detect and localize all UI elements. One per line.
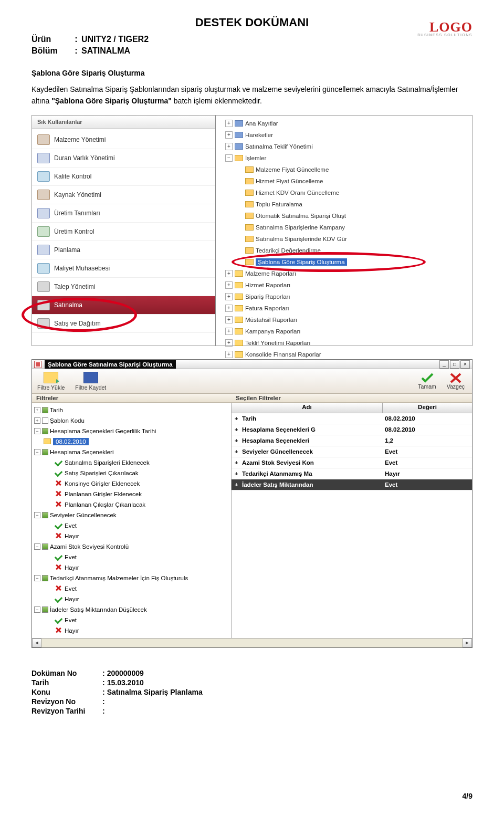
scroll-left-button[interactable]: ◄ bbox=[32, 639, 41, 647]
nav-item-uretim-tanim[interactable]: Üretim Tanımları bbox=[32, 204, 215, 223]
filter-label: Satış Siparişleri Çıkarılacak bbox=[65, 470, 139, 476]
filter-tedarik[interactable]: −Tedarikçi Atanmamış Malzemeler İçin Fiş… bbox=[34, 573, 229, 583]
tree-item[interactable]: +Müstahsil Raporları bbox=[216, 314, 472, 326]
tree-item[interactable]: Satınalma Siparişlerine Kampany bbox=[216, 222, 472, 233]
selected-filter-row[interactable]: +Azami Stok Seviyesi KonEvet bbox=[232, 457, 472, 468]
filter-op[interactable]: Satış Siparişleri Çıkarılacak bbox=[34, 468, 229, 478]
nav-item-satinalma[interactable]: Satınalma bbox=[32, 296, 215, 315]
filter-hesap-sec[interactable]: −Hesaplama Seçenekleri bbox=[34, 447, 229, 457]
minimize-button[interactable]: _ bbox=[439, 360, 449, 369]
tree-item[interactable]: Tedarikçi Değerlendirme bbox=[216, 245, 472, 256]
tree-item[interactable]: +Sipariş Raporları bbox=[216, 291, 472, 302]
tree-item[interactable]: +Kampanya Raporları bbox=[216, 326, 472, 337]
filter-tarih[interactable]: +Tarih bbox=[34, 405, 229, 415]
cancel-button[interactable]: Vazgeç bbox=[447, 373, 465, 390]
selected-filter-row[interactable]: +İadeler Satış MiktarındanEvet bbox=[232, 479, 472, 490]
expand-icon[interactable]: + bbox=[225, 293, 233, 300]
tree-item[interactable]: +Ana Kayıtlar bbox=[216, 118, 472, 129]
filter-evet[interactable]: Evet bbox=[34, 583, 229, 594]
filter-op[interactable]: Planlanan Girişler Eklenecek bbox=[34, 489, 229, 499]
filter-evet[interactable]: Evet bbox=[34, 552, 229, 562]
tree-item[interactable]: −İşlemler bbox=[216, 152, 472, 164]
filter-op[interactable]: Planlanan Çıkışlar Çıkarılacak bbox=[34, 499, 229, 510]
tree-item[interactable]: +Hizmet Raporları bbox=[216, 279, 472, 291]
filter-hayir[interactable]: Hayır bbox=[34, 625, 229, 636]
expand-icon[interactable]: + bbox=[225, 270, 233, 277]
collapse-icon[interactable]: − bbox=[34, 512, 40, 518]
collapse-icon[interactable]: − bbox=[34, 575, 40, 581]
filter-load-button[interactable]: Filtre Yükle bbox=[37, 372, 65, 391]
expand-icon[interactable]: + bbox=[225, 351, 233, 358]
collapse-icon[interactable]: − bbox=[34, 449, 40, 455]
filter-op[interactable]: Satınalma Siparişleri Eklenecek bbox=[34, 457, 229, 468]
nav-item-satis[interactable]: Satış ve Dağıtım bbox=[32, 315, 215, 333]
expand-icon[interactable]: + bbox=[225, 305, 233, 312]
expand-icon[interactable]: + bbox=[225, 120, 233, 127]
tree-item[interactable]: +Fatura Raporları bbox=[216, 302, 472, 314]
tree-item[interactable]: +Hareketler bbox=[216, 129, 472, 141]
tree-item[interactable]: +Konsolide Finansal Raporlar bbox=[216, 349, 472, 360]
collapse-icon[interactable]: − bbox=[34, 428, 40, 434]
checkbox-icon[interactable] bbox=[42, 428, 48, 434]
tree-item[interactable]: +Satınalma Teklif Yönetimi bbox=[216, 141, 472, 152]
filter-date-selected[interactable]: 08.02.2010 bbox=[34, 436, 229, 447]
filter-evet[interactable]: Evet bbox=[34, 520, 229, 531]
filter-hesap-gecer[interactable]: −Hesaplama Seçenekleri Geçerlilik Tarihi bbox=[34, 426, 229, 436]
tree-item[interactable]: Hizmet Fiyat Güncelleme bbox=[216, 175, 472, 187]
expand-icon[interactable]: + bbox=[225, 328, 233, 335]
checkbox-icon[interactable] bbox=[42, 512, 48, 518]
nav-item-kalite[interactable]: Kalite Kontrol bbox=[32, 168, 215, 186]
filter-hayir[interactable]: Hayır bbox=[34, 562, 229, 573]
scroll-right-button[interactable]: ► bbox=[463, 639, 472, 647]
nav-item-uretim-kontrol[interactable]: Üretim Kontrol bbox=[32, 223, 215, 241]
expand-icon[interactable]: + bbox=[225, 339, 233, 347]
collapse-icon[interactable]: − bbox=[225, 154, 233, 162]
filter-sablon[interactable]: +Şablon Kodu bbox=[34, 415, 229, 426]
selected-filter-row[interactable]: +Tedarikçi Atanmamış MaHayır bbox=[232, 468, 472, 479]
collapse-icon[interactable]: − bbox=[34, 606, 40, 613]
filter-save-button[interactable]: Filtre Kaydet bbox=[75, 372, 106, 391]
scrollbar-horizontal[interactable]: ◄ ► bbox=[32, 638, 472, 647]
tree-item[interactable]: Toplu Faturalama bbox=[216, 198, 472, 210]
checkbox-icon[interactable] bbox=[42, 606, 48, 613]
selected-filter-row[interactable]: +Hesaplama Seçenekleri1,2 bbox=[232, 435, 472, 446]
filter-op[interactable]: Konsinye Girişler Eklenecek bbox=[34, 478, 229, 489]
nav-item-maliyet[interactable]: Maliyet Muhasebesi bbox=[32, 259, 215, 278]
filter-azami[interactable]: −Azami Stok Seviyesi Kontrolü bbox=[34, 541, 229, 552]
expand-icon[interactable]: + bbox=[225, 281, 233, 289]
selected-filter-row[interactable]: +Hesaplama Seçenekleri G08.02.2010 bbox=[232, 424, 472, 435]
filter-iade[interactable]: −İadeler Satış Miktarından Düşülecek bbox=[34, 604, 229, 615]
checkbox-icon[interactable] bbox=[42, 417, 48, 424]
ok-button[interactable]: Tamam bbox=[418, 373, 436, 390]
nav-item-planlama[interactable]: Planlama bbox=[32, 241, 215, 259]
collapse-icon[interactable]: − bbox=[34, 543, 40, 550]
selected-filter-row[interactable]: +Tarih08.02.2010 bbox=[232, 413, 472, 424]
nav-item-malzeme[interactable]: Malzeme Yönetimi bbox=[32, 131, 215, 149]
expand-icon[interactable]: + bbox=[34, 407, 40, 413]
tree-item[interactable]: Hizmet KDV Oranı Güncelleme bbox=[216, 187, 472, 198]
expand-icon[interactable]: + bbox=[34, 417, 40, 424]
tree-item-selected[interactable]: Şablona Göre Sipariş Oluşturma bbox=[216, 256, 472, 268]
filter-evet[interactable]: Evet bbox=[34, 615, 229, 625]
checkbox-icon[interactable] bbox=[42, 543, 48, 550]
checkbox-icon[interactable] bbox=[42, 407, 48, 413]
nav-item-kaynak[interactable]: Kaynak Yönetimi bbox=[32, 186, 215, 204]
expand-icon[interactable]: + bbox=[225, 316, 233, 323]
filter-hayir[interactable]: Hayır bbox=[34, 531, 229, 541]
expand-icon[interactable]: + bbox=[225, 143, 233, 150]
tree-item[interactable]: Otomatik Satınalma Siparişi Oluşt bbox=[216, 210, 472, 222]
selected-filter-row[interactable]: +Seviyeler GüncellenecekEvet bbox=[232, 446, 472, 457]
filter-seviye[interactable]: −Seviyeler Güncellenecek bbox=[34, 510, 229, 520]
close-button[interactable]: × bbox=[460, 360, 470, 369]
checkbox-icon[interactable] bbox=[42, 575, 48, 581]
filter-hayir[interactable]: Hayır bbox=[34, 594, 229, 604]
expand-icon[interactable]: + bbox=[225, 131, 233, 139]
tree-item[interactable]: Satınalma Siparişlerinde KDV Gür bbox=[216, 233, 472, 245]
nav-item-talep[interactable]: Talep Yönetimi bbox=[32, 278, 215, 296]
nav-item-duran-varlik[interactable]: Duran Varlık Yönetimi bbox=[32, 149, 215, 168]
tree-item[interactable]: Malzeme Fiyat Güncelleme bbox=[216, 164, 472, 175]
maximize-button[interactable]: □ bbox=[450, 360, 459, 369]
checkbox-icon[interactable] bbox=[42, 449, 48, 455]
tree-item[interactable]: +Teklif Yönetimi Raporları bbox=[216, 337, 472, 349]
tree-item[interactable]: +Malzeme Raporları bbox=[216, 268, 472, 279]
